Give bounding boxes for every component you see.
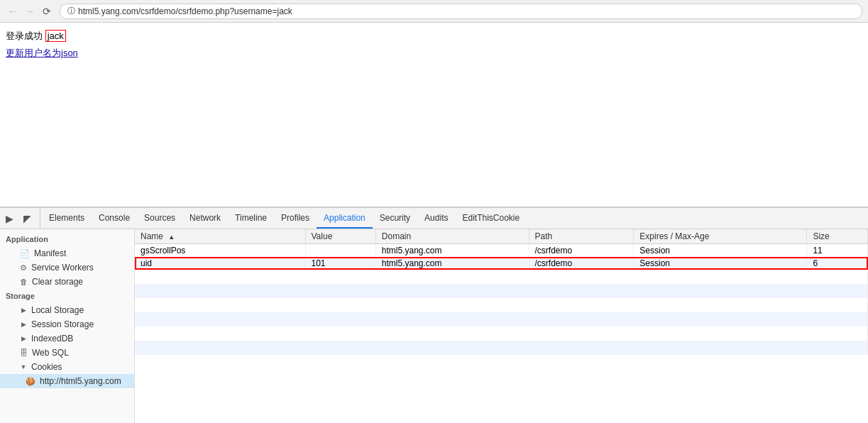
- col-domain[interactable]: Domain: [375, 229, 529, 244]
- cookie-domain-icon: 🍪: [26, 377, 35, 386]
- section-application-title: Application: [0, 232, 134, 246]
- page-content: 登录成功 jack 更新用户名为json: [0, 23, 868, 207]
- devtools-sidebar: Application 📄 Manifest ⚙ Service Workers…: [0, 229, 135, 423]
- sidebar-item-web-sql[interactable]: 🗄 Web SQL: [0, 346, 134, 360]
- col-path[interactable]: Path: [529, 229, 634, 244]
- table-cell: gsScrollPos: [135, 244, 305, 258]
- tab-security[interactable]: Security: [373, 208, 417, 229]
- table-cell: html5.yang.com: [375, 257, 529, 270]
- tab-console[interactable]: Console: [92, 208, 137, 229]
- devtools-body: Application 📄 Manifest ⚙ Service Workers…: [0, 229, 868, 423]
- sidebar-local-storage-label: Local Storage: [31, 305, 84, 315]
- expand-local-storage-icon: ▶: [20, 307, 27, 314]
- devtools-toolbar: ▶ ◤ Elements Console Sources Network Tim…: [0, 208, 868, 229]
- expand-session-storage-icon: ▶: [20, 321, 27, 328]
- clear-storage-icon: 🗑: [20, 278, 28, 286]
- sidebar-web-sql-label: Web SQL: [32, 348, 69, 358]
- sidebar-indexeddb-label: IndexedDB: [31, 334, 73, 344]
- col-size[interactable]: Size: [807, 229, 868, 244]
- sidebar-item-cookies[interactable]: ▼ Cookies: [0, 360, 134, 374]
- table-row[interactable]: uid101html5.yang.com/csrfdemoSession6: [135, 257, 868, 270]
- table-row[interactable]: gsScrollPoshtml5.yang.com/csrfdemoSessio…: [135, 244, 868, 258]
- table-cell: [305, 244, 375, 258]
- nav-buttons: ← → ⟳: [6, 4, 54, 18]
- sidebar-item-service-workers[interactable]: ⚙ Service Workers: [0, 260, 134, 275]
- cookie-table-wrapper: Name ▲ Value Domain Path Expires / Max-A…: [135, 229, 868, 423]
- tab-profiles[interactable]: Profiles: [274, 208, 317, 229]
- col-expires[interactable]: Expires / Max-Age: [634, 229, 807, 244]
- col-value[interactable]: Value: [305, 229, 375, 244]
- table-row-empty: [135, 270, 868, 284]
- table-cell: 101: [305, 257, 375, 270]
- table-cell: Session: [634, 244, 807, 258]
- sidebar-item-session-storage[interactable]: ▶ Session Storage: [0, 317, 134, 331]
- tab-application[interactable]: Application: [317, 208, 373, 229]
- sidebar-item-manifest[interactable]: 📄 Manifest: [0, 246, 134, 260]
- cookie-table-body: gsScrollPoshtml5.yang.com/csrfdemoSessio…: [135, 244, 868, 356]
- forward-button[interactable]: →: [23, 4, 37, 18]
- table-row-empty: [135, 284, 868, 298]
- tab-sources[interactable]: Sources: [137, 208, 182, 229]
- table-row-empty: [135, 312, 868, 326]
- reload-button[interactable]: ⟳: [40, 4, 54, 18]
- manifest-icon: 📄: [20, 249, 30, 258]
- url-text: html5.yang.com/csrfdemo/csrfdemo.php?use…: [78, 6, 292, 16]
- cookie-table: Name ▲ Value Domain Path Expires / Max-A…: [135, 229, 868, 355]
- tab-editthiscookie[interactable]: EditThisCookie: [455, 208, 527, 229]
- table-row-empty: [135, 341, 868, 355]
- browser-bar: ← → ⟳ ⓘ html5.yang.com/csrfdemo/csrfdemo…: [0, 0, 868, 23]
- back-button[interactable]: ←: [6, 4, 20, 18]
- expand-indexeddb-icon: ▶: [20, 335, 27, 342]
- sidebar-item-clear-storage[interactable]: 🗑 Clear storage: [0, 275, 134, 289]
- service-workers-icon: ⚙: [20, 263, 27, 273]
- sidebar-session-storage-label: Session Storage: [31, 319, 94, 329]
- tab-timeline[interactable]: Timeline: [228, 208, 274, 229]
- tab-elements[interactable]: Elements: [42, 208, 92, 229]
- sidebar-cookie-domain-label: http://html5.yang.com: [40, 376, 121, 386]
- login-message: 登录成功 jack: [6, 30, 862, 43]
- table-cell: html5.yang.com: [375, 244, 529, 258]
- table-cell: /csrfdemo: [529, 257, 634, 270]
- tool-icons: ▶ ◤: [3, 208, 40, 229]
- table-cell: uid: [135, 257, 305, 270]
- lock-icon: ⓘ: [67, 6, 75, 16]
- table-cell: 6: [807, 257, 868, 270]
- device-mode-button[interactable]: ◤: [21, 211, 34, 226]
- table-row-empty: [135, 298, 868, 312]
- table-cell: /csrfdemo: [529, 244, 634, 258]
- tab-audits[interactable]: Audits: [417, 208, 455, 229]
- sidebar-item-local-storage[interactable]: ▶ Local Storage: [0, 303, 134, 317]
- table-cell: 11: [807, 244, 868, 258]
- update-link[interactable]: 更新用户名为json: [6, 48, 78, 58]
- sidebar-service-workers-label: Service Workers: [31, 263, 94, 273]
- devtools-panel: ▶ ◤ Elements Console Sources Network Tim…: [0, 207, 868, 423]
- devtools-main: Name ▲ Value Domain Path Expires / Max-A…: [135, 229, 868, 423]
- sidebar-manifest-label: Manifest: [34, 248, 66, 258]
- sidebar-item-cookies-domain[interactable]: 🍪 http://html5.yang.com: [0, 374, 134, 388]
- sidebar-clear-storage-label: Clear storage: [32, 277, 83, 287]
- sidebar-item-indexeddb[interactable]: ▶ IndexedDB: [0, 331, 134, 346]
- table-header-row: Name ▲ Value Domain Path Expires / Max-A…: [135, 229, 868, 244]
- tab-network[interactable]: Network: [182, 208, 228, 229]
- expand-cookies-icon: ▼: [20, 363, 27, 370]
- address-bar[interactable]: ⓘ html5.yang.com/csrfdemo/csrfdemo.php?u…: [60, 4, 862, 19]
- web-sql-icon: 🗄: [20, 348, 28, 357]
- login-text-prefix: 登录成功: [6, 31, 43, 41]
- section-storage-title: Storage: [0, 289, 134, 303]
- sidebar-cookies-label: Cookies: [31, 362, 62, 372]
- devtools-tabs: Elements Console Sources Network Timelin…: [42, 208, 527, 229]
- table-cell: Session: [634, 257, 807, 270]
- jack-username: jack: [45, 30, 66, 42]
- inspect-element-button[interactable]: ▶: [3, 211, 16, 226]
- col-name[interactable]: Name ▲: [135, 229, 305, 244]
- sort-icon: ▲: [168, 234, 175, 241]
- table-row-empty: [135, 326, 868, 341]
